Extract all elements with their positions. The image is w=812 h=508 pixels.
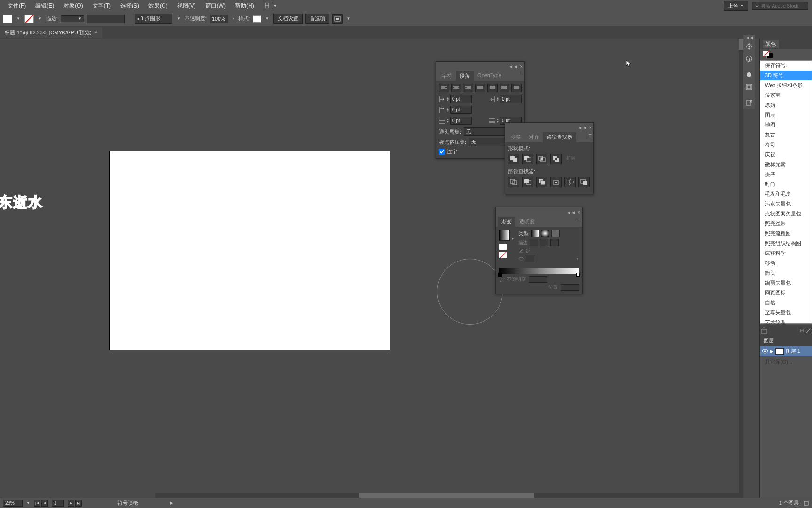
chevron-down-icon[interactable]: ▼ <box>175 16 182 21</box>
stroke-weight-select[interactable]: ▼ <box>61 15 84 22</box>
break-link-icon[interactable] <box>805 328 811 333</box>
stroke-along-button[interactable] <box>540 239 548 246</box>
tab-transform[interactable]: 变换 <box>507 132 525 142</box>
menu-item[interactable]: 时尚 <box>760 179 812 189</box>
layer-name[interactable]: 图层 1 <box>786 348 800 355</box>
artboard-number-input[interactable] <box>52 500 64 507</box>
opacity-slider-icon[interactable]: › <box>231 16 235 21</box>
zoom-input[interactable] <box>3 500 23 507</box>
scrollbar-thumb[interactable] <box>739 39 743 50</box>
indent-right-input[interactable] <box>500 95 522 103</box>
menu-view[interactable]: 视图(V) <box>173 1 200 11</box>
menu-item[interactable]: 绚丽矢量包 <box>760 278 812 288</box>
close-icon[interactable]: × <box>589 125 592 130</box>
outline-button[interactable] <box>564 177 576 187</box>
chevron-down-icon[interactable]: ▼ <box>15 16 22 21</box>
expand-icon[interactable]: ▶ <box>770 349 773 354</box>
collapse-icon[interactable]: ◄◄ <box>508 64 518 69</box>
menu-item[interactable]: 徽标元素 <box>760 159 812 169</box>
align-center-button[interactable] <box>451 84 461 92</box>
panel-header[interactable]: ◄◄ × <box>496 207 582 217</box>
chevron-down-icon[interactable]: ▼ <box>576 257 579 261</box>
prev-artboard-button[interactable]: ◄ <box>41 500 48 507</box>
vertical-scrollbar[interactable] <box>739 39 743 498</box>
eyedropper-icon[interactable] <box>499 277 504 282</box>
collapse-icon[interactable]: ◄◄ <box>743 35 755 40</box>
menu-type[interactable]: 文字(T) <box>89 1 115 11</box>
justify-all-button[interactable] <box>511 84 522 92</box>
tab-gradient[interactable]: 渐变 <box>498 217 515 227</box>
next-artboard-button[interactable]: ▶ <box>68 500 74 507</box>
grad-position-input[interactable] <box>561 284 579 291</box>
preferences-button[interactable]: 首选项 <box>305 14 329 24</box>
freeform-gradient-button[interactable] <box>551 230 560 237</box>
gradient-stop[interactable] <box>498 273 502 277</box>
close-icon[interactable]: × <box>578 210 580 215</box>
horizontal-scrollbar[interactable] <box>155 493 739 498</box>
panel-header[interactable]: ◄◄ × <box>505 123 593 132</box>
exclude-button[interactable] <box>550 154 562 164</box>
menu-item[interactable]: 传家宝 <box>760 90 812 100</box>
chevron-down-icon[interactable]: ▼ <box>37 16 43 21</box>
menu-item[interactable]: 原始 <box>760 100 812 110</box>
menu-item[interactable]: 复古 <box>760 130 812 140</box>
menu-file[interactable]: 文件(F) <box>4 1 30 11</box>
align-right-button[interactable] <box>463 84 473 92</box>
menu-item[interactable]: 移动 <box>760 258 812 268</box>
chevron-down-icon[interactable]: ▼ <box>264 16 271 21</box>
indent-left-input[interactable] <box>450 95 472 103</box>
collapse-icon[interactable]: ◄◄ <box>578 125 587 130</box>
chevron-right-icon[interactable]: ▶ <box>170 501 173 505</box>
document-tab[interactable]: 标题-1* @ 62.23% (CMYK/GPU 预览) × <box>0 27 102 38</box>
collapse-icon[interactable]: ◄◄ <box>566 210 576 215</box>
align-left-button[interactable] <box>439 84 449 92</box>
chevron-down-icon[interactable]: ▼ <box>26 501 30 505</box>
menu-select[interactable]: 选择(S) <box>117 1 143 11</box>
trim-button[interactable] <box>522 177 533 187</box>
library-icon[interactable] <box>761 327 767 334</box>
tab-paragraph[interactable]: 段落 <box>456 71 474 81</box>
artboard-panel-icon[interactable] <box>743 81 755 93</box>
gradient-stop[interactable] <box>576 273 580 277</box>
gradient-ramp[interactable] <box>499 268 579 274</box>
layer-row[interactable]: ▶ 图层 1 <box>760 346 812 356</box>
menu-effect[interactable]: 效果(C) <box>145 1 172 11</box>
stroke-color-input[interactable] <box>87 15 125 23</box>
menu-item[interactable]: 网页图标 <box>760 288 812 298</box>
close-icon[interactable]: × <box>94 29 98 36</box>
panel-menu-icon[interactable]: ≡ <box>587 132 593 142</box>
painting-mode-selector[interactable]: 上色 ▼ <box>724 1 748 11</box>
hyphenate-checkbox[interactable] <box>439 149 445 155</box>
close-icon[interactable]: × <box>520 64 523 69</box>
doc-setup-button[interactable]: 文档设置 <box>273 14 303 24</box>
menu-window[interactable]: 窗口(W) <box>202 1 229 11</box>
menu-item[interactable]: Web 按钮和条形 <box>760 80 812 90</box>
minus-front-button[interactable] <box>522 154 533 164</box>
gradient-stroke-swatch[interactable] <box>499 252 507 258</box>
panel-header[interactable]: ◄◄ × <box>436 62 524 71</box>
canvas-viewport[interactable]: 东逝水 <box>0 39 739 498</box>
properties-panel-icon[interactable] <box>743 40 755 53</box>
last-artboard-button[interactable]: ▶| <box>75 500 82 507</box>
tab-opentype[interactable]: OpenType <box>474 71 505 81</box>
unite-button[interactable] <box>508 154 519 164</box>
menu-item[interactable]: 3D 符号 <box>760 71 812 80</box>
stroke-swatch[interactable] <box>24 15 34 23</box>
menu-item[interactable]: 毛发和毛皮 <box>760 189 812 199</box>
menu-item-other[interactable]: 其它库(O)... <box>760 357 812 367</box>
brush-select[interactable]: • 3 点圆形 <box>135 14 172 24</box>
menu-item[interactable]: 寿司 <box>760 140 812 150</box>
menu-item[interactable]: 疯狂科学 <box>760 248 812 258</box>
crop-button[interactable] <box>550 177 562 187</box>
menu-item[interactable]: 照亮组织结构图 <box>760 238 812 248</box>
grad-opacity-input[interactable] <box>529 276 547 283</box>
export-panel-icon[interactable] <box>743 97 755 109</box>
divide-button[interactable] <box>508 177 519 187</box>
opacity-input[interactable] <box>210 15 228 23</box>
info-panel-icon[interactable] <box>743 53 755 65</box>
panel-menu-icon[interactable]: ≡ <box>576 217 582 227</box>
justify-center-button[interactable] <box>487 84 498 92</box>
justify-right-button[interactable] <box>500 84 510 92</box>
align-to-button[interactable] <box>332 14 343 24</box>
menu-help[interactable]: 帮助(H) <box>231 1 258 11</box>
